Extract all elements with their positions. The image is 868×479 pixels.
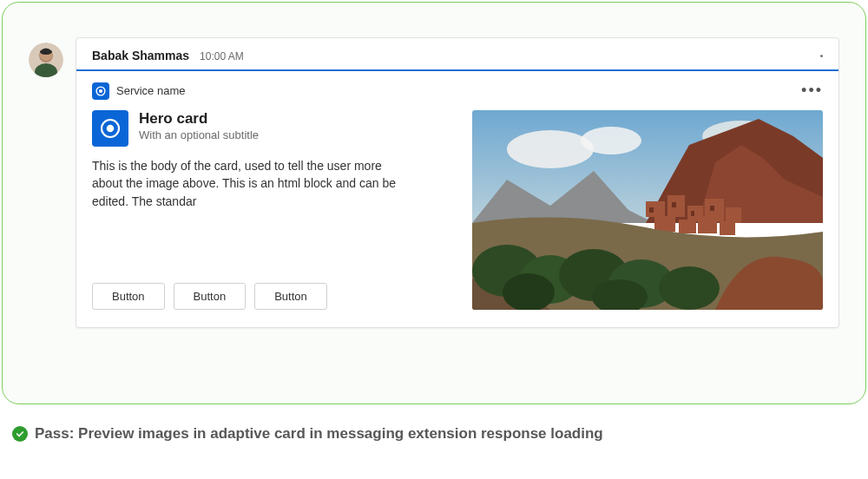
more-options-icon[interactable]: ••• xyxy=(801,82,823,100)
card-body-text: This is the body of the card, used to te… xyxy=(92,157,404,210)
card-body: Hero card With an optional subtitle This… xyxy=(92,110,823,310)
svg-rect-18 xyxy=(679,220,696,233)
svg-point-30 xyxy=(503,273,555,310)
status-line: Pass: Preview images in adaptive card in… xyxy=(0,406,868,443)
sender-name: Babak Shammas xyxy=(92,49,189,62)
message-row: Babak Shammas 10:00 AM Service name ••• xyxy=(29,37,839,328)
svg-rect-16 xyxy=(726,207,741,223)
svg-rect-17 xyxy=(654,216,675,232)
svg-point-29 xyxy=(659,266,720,310)
svg-rect-19 xyxy=(698,216,717,233)
card-header: Babak Shammas 10:00 AM xyxy=(76,38,838,71)
svg-rect-22 xyxy=(672,202,676,207)
svg-rect-21 xyxy=(649,207,654,213)
svg-rect-23 xyxy=(691,211,694,216)
hero-subtitle: With an optional subtitle xyxy=(139,128,259,141)
card-button-3[interactable]: Button xyxy=(254,283,327,310)
service-name: Service name xyxy=(116,84,185,97)
adaptive-card: Babak Shammas 10:00 AM Service name ••• xyxy=(76,37,839,328)
hero-header: Hero card With an optional subtitle xyxy=(92,110,453,147)
svg-point-9 xyxy=(507,130,594,168)
status-text: Pass: Preview images in adaptive card in… xyxy=(35,425,603,443)
card-left-column: Hero card With an optional subtitle This… xyxy=(92,110,453,310)
card-button-2[interactable]: Button xyxy=(174,283,247,310)
check-circle-icon xyxy=(12,426,28,442)
card-button-1[interactable]: Button xyxy=(92,283,165,310)
svg-point-10 xyxy=(581,127,641,154)
button-row: Button Button Button xyxy=(92,283,453,310)
service-row: Service name ••• xyxy=(92,82,823,100)
svg-point-7 xyxy=(107,125,115,133)
header-dot xyxy=(820,55,823,57)
card-preview-image xyxy=(472,110,823,310)
service-icon xyxy=(92,82,109,100)
hero-title: Hero card xyxy=(139,110,259,128)
card-inner: Service name ••• Hero card With an optio… xyxy=(76,71,838,327)
svg-rect-20 xyxy=(720,221,735,235)
avatar xyxy=(29,43,63,77)
hero-icon xyxy=(92,110,128,147)
timestamp: 10:00 AM xyxy=(200,50,244,62)
svg-rect-24 xyxy=(710,206,714,211)
example-frame: Babak Shammas 10:00 AM Service name ••• xyxy=(2,2,866,404)
svg-point-5 xyxy=(99,89,102,92)
svg-rect-12 xyxy=(646,201,665,217)
